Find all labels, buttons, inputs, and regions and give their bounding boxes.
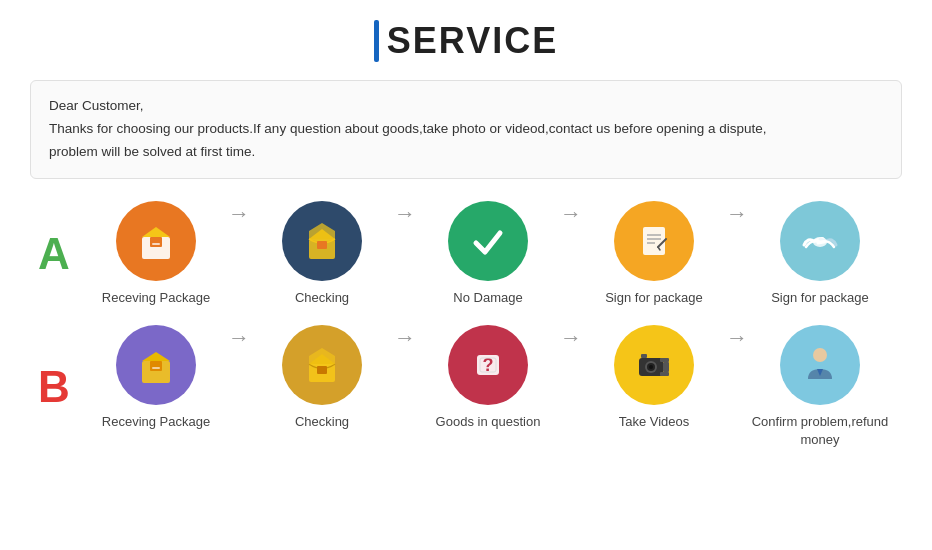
flow-steps-a: Receving Package → Checking → xyxy=(86,201,902,307)
row-label-b: B xyxy=(30,362,78,412)
notice-line3: problem will be solved at first time. xyxy=(49,141,883,164)
arrow-b2: → xyxy=(394,325,416,379)
arrow-b1: → xyxy=(228,325,250,379)
label-a1: Receving Package xyxy=(102,289,210,307)
label-b5: Confirm problem,refund money xyxy=(750,413,890,449)
icon-a5 xyxy=(780,201,860,281)
svg-marker-21 xyxy=(309,348,335,368)
step-b2: Checking xyxy=(252,325,392,431)
label-a3: No Damage xyxy=(453,289,522,307)
label-a4: Sign for package xyxy=(605,289,703,307)
label-b2: Checking xyxy=(295,413,349,431)
title-bar xyxy=(374,20,379,62)
label-b1: Receving Package xyxy=(102,413,210,431)
step-b1: Receving Package xyxy=(86,325,226,431)
flow-row-b: B Receving Package → xyxy=(30,325,902,449)
flow-row-a: A Receving Package → xyxy=(30,201,902,307)
step-a3: No Damage xyxy=(418,201,558,307)
icon-a2 xyxy=(282,201,362,281)
row-label-a: A xyxy=(30,229,78,279)
step-a1: Receving Package xyxy=(86,201,226,307)
label-a5: Sign for package xyxy=(771,289,869,307)
svg-rect-32 xyxy=(660,372,669,376)
icon-b3: ? xyxy=(448,325,528,405)
step-a5: Sign for package xyxy=(750,201,890,307)
svg-marker-1 xyxy=(142,227,170,237)
icon-a4 xyxy=(614,201,694,281)
arrow-b3: → xyxy=(560,325,582,379)
icon-a1 xyxy=(116,201,196,281)
step-a4: Sign for package xyxy=(584,201,724,307)
svg-rect-3 xyxy=(152,243,160,245)
svg-rect-22 xyxy=(317,366,327,374)
svg-rect-30 xyxy=(660,358,669,362)
arrow-b4: → xyxy=(726,325,748,379)
page-title: SERVICE xyxy=(387,20,558,62)
svg-rect-31 xyxy=(663,362,669,372)
svg-rect-8 xyxy=(643,227,665,255)
step-b5: Confirm problem,refund money xyxy=(750,325,890,449)
arrow-a1: → xyxy=(228,201,250,255)
svg-point-34 xyxy=(813,348,827,362)
icon-b1 xyxy=(116,325,196,405)
label-b3: Goods in question xyxy=(436,413,541,431)
icon-b2 xyxy=(282,325,362,405)
arrow-a3: → xyxy=(560,201,582,255)
notice-box: Dear Customer, Thanks for choosing our p… xyxy=(30,80,902,179)
svg-rect-2 xyxy=(150,237,162,247)
svg-rect-33 xyxy=(641,354,647,358)
notice-line1: Dear Customer, xyxy=(49,95,883,118)
icon-b4 xyxy=(614,325,694,405)
svg-point-29 xyxy=(649,365,653,369)
svg-rect-7 xyxy=(317,241,327,249)
icon-a3 xyxy=(448,201,528,281)
step-b3: ? Goods in question xyxy=(418,325,558,431)
arrow-a4: → xyxy=(726,201,748,255)
notice-line2: Thanks for choosing our products.If any … xyxy=(49,118,883,141)
label-b4: Take Videos xyxy=(619,413,690,431)
label-a2: Checking xyxy=(295,289,349,307)
flow-steps-b: Receving Package → Checking → xyxy=(86,325,902,449)
svg-rect-17 xyxy=(150,361,162,371)
arrow-a2: → xyxy=(394,201,416,255)
icon-b5 xyxy=(780,325,860,405)
svg-rect-18 xyxy=(152,367,160,369)
step-a2: Checking xyxy=(252,201,392,307)
step-b4: Take Videos xyxy=(584,325,724,431)
svg-marker-16 xyxy=(142,352,170,361)
title-area: SERVICE xyxy=(30,20,902,62)
svg-marker-6 xyxy=(309,223,335,243)
